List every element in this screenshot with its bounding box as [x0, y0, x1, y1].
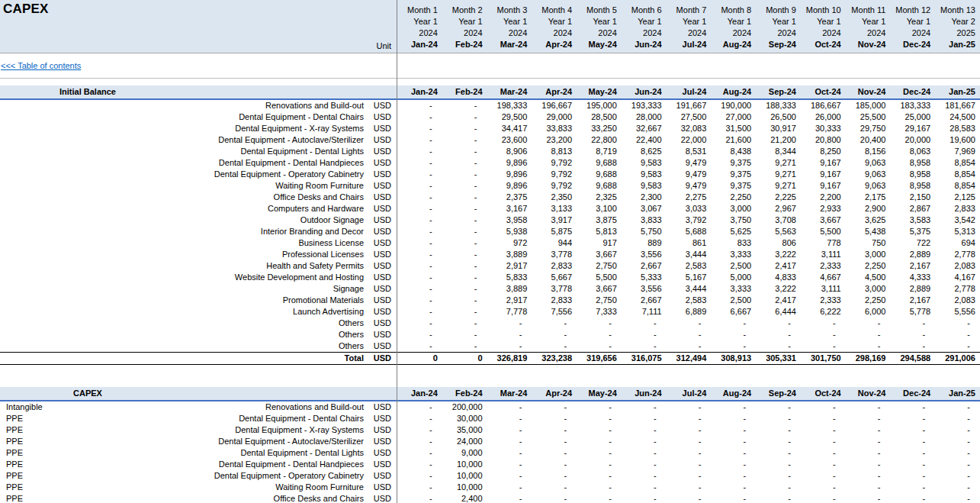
month-number-label: Month 4	[532, 5, 577, 16]
row-label: Professional Licenses	[0, 249, 365, 260]
value-cell: -	[397, 318, 442, 329]
value-cell: -	[622, 401, 667, 413]
date-label: Jan-25	[935, 39, 980, 50]
unit-cell: USD	[365, 214, 397, 226]
value-cell: 3,889	[487, 283, 532, 295]
value-cell: 2,083	[935, 295, 980, 306]
row-label: Others	[0, 318, 365, 329]
unit-column-header: Unit	[376, 41, 391, 50]
table-row: Health and Safety PermitsUSD--2,9172,833…	[0, 260, 980, 272]
value-cell: 9,063	[846, 169, 891, 180]
unit-cell: USD	[365, 111, 397, 123]
value-cell: 5,833	[487, 272, 532, 283]
value-cell: 3,100	[577, 203, 622, 214]
value-cell: -	[397, 272, 442, 283]
row-label-cell: Health and Safety Permits	[0, 260, 365, 272]
value-cell: -	[622, 436, 667, 447]
month-number-label: Month 8	[711, 5, 756, 16]
value-cell: 2,667	[622, 260, 667, 272]
value-cell: -	[487, 482, 532, 493]
table-of-contents-link[interactable]: <<< Table of contents	[1, 61, 81, 70]
table-row: PPEDental Equipment - Autoclave/Steriliz…	[0, 436, 980, 447]
value-cell: -	[846, 436, 891, 447]
value-cell: -	[667, 401, 712, 413]
value-cell: 2,889	[890, 283, 935, 295]
sections-container: Initial BalanceJan-24Feb-24Mar-24Apr-24M…	[0, 85, 980, 503]
row-category-label: PPE	[0, 482, 23, 493]
date-label: Aug-24	[711, 39, 756, 50]
value-cell: -	[442, 169, 487, 180]
month-number-label: Month 3	[487, 5, 532, 16]
value-cell: -	[756, 493, 801, 503]
month-number-label: Month 2	[442, 5, 487, 16]
date-label: Jan-24	[397, 39, 442, 50]
month-column-header: Month 7Year 12024Jul-24	[667, 0, 712, 53]
unit-cell: USD	[365, 272, 397, 283]
value-cell: 9,479	[667, 169, 712, 180]
month-column-header: Month 9Year 12024Sep-24	[756, 0, 801, 53]
table-row: Professional LicensesUSD--3,8893,7783,66…	[0, 249, 980, 260]
value-cell: -	[532, 459, 577, 470]
month-column-header: Month 13Year 22025Jan-25	[935, 0, 980, 53]
value-cell: -	[711, 459, 756, 470]
calendar-year-label: 2024	[442, 27, 487, 39]
section-date-header: Apr-24	[532, 85, 577, 98]
value-cell: 6,667	[711, 306, 756, 318]
value-cell: 2,900	[846, 203, 891, 214]
unit-cell: USD	[365, 401, 397, 413]
value-cell: -	[622, 318, 667, 329]
value-cell: 2,889	[890, 249, 935, 260]
value-cell: 4,667	[801, 272, 846, 283]
value-cell: -	[397, 493, 442, 503]
value-cell: -	[532, 482, 577, 493]
unit-cell: USD	[365, 249, 397, 260]
section-date-header: Oct-24	[801, 387, 846, 400]
value-cell: 3,222	[756, 249, 801, 260]
value-cell: -	[442, 340, 487, 352]
row-category-label: PPE	[0, 424, 23, 436]
month-number-label: Month 9	[756, 5, 801, 16]
table-row: PPEOffice Desks and ChairsUSD-2,400-----…	[0, 493, 980, 503]
value-cell: 23,200	[532, 134, 577, 146]
value-cell: -	[577, 424, 622, 436]
value-cell: 8,063	[890, 146, 935, 157]
value-cell: 23,600	[487, 134, 532, 146]
value-cell: -	[935, 470, 980, 482]
toc-row: <<< Table of contents	[0, 53, 980, 79]
value-cell: 8,813	[532, 146, 577, 157]
table-row: Dental Equipment - Dental LightsUSD--8,9…	[0, 146, 980, 157]
value-cell: -	[622, 447, 667, 459]
value-cell: 3,625	[846, 214, 891, 226]
timeline-header-band: CAPEX Unit Month 1Year 12024Jan-24Month …	[0, 0, 980, 53]
value-cell: 316,075	[622, 353, 667, 364]
value-cell: 9,688	[577, 169, 622, 180]
table-row: Waiting Room FurnitureUSD--9,8969,7929,6…	[0, 180, 980, 192]
value-cell: 7,333	[577, 306, 622, 318]
value-cell: 9,375	[711, 169, 756, 180]
value-cell: 3,667	[577, 283, 622, 295]
unit-cell: USD	[365, 226, 397, 237]
value-cell: 3,556	[622, 283, 667, 295]
value-cell: 28,500	[577, 111, 622, 123]
unit-cell: USD	[365, 329, 397, 340]
value-cell: -	[756, 436, 801, 447]
value-cell: -	[577, 482, 622, 493]
value-cell: 694	[935, 237, 980, 249]
value-cell: -	[890, 340, 935, 352]
value-cell: 9,167	[801, 157, 846, 169]
value-cell: 4,833	[756, 272, 801, 283]
date-label: Sep-24	[756, 39, 801, 50]
value-cell: 972	[487, 237, 532, 249]
value-cell: -	[397, 340, 442, 352]
value-cell: -	[935, 318, 980, 329]
value-cell: -	[397, 413, 442, 424]
value-cell: -	[577, 493, 622, 503]
value-cell: 2,167	[890, 260, 935, 272]
month-column-header: Month 2Year 12024Feb-24	[442, 0, 487, 53]
value-cell: -	[801, 340, 846, 352]
row-label: Outdoor Signage	[0, 214, 365, 226]
value-cell: -	[442, 134, 487, 146]
unit-cell: USD	[365, 470, 397, 482]
value-cell: -	[846, 318, 891, 329]
value-cell: -	[577, 340, 622, 352]
